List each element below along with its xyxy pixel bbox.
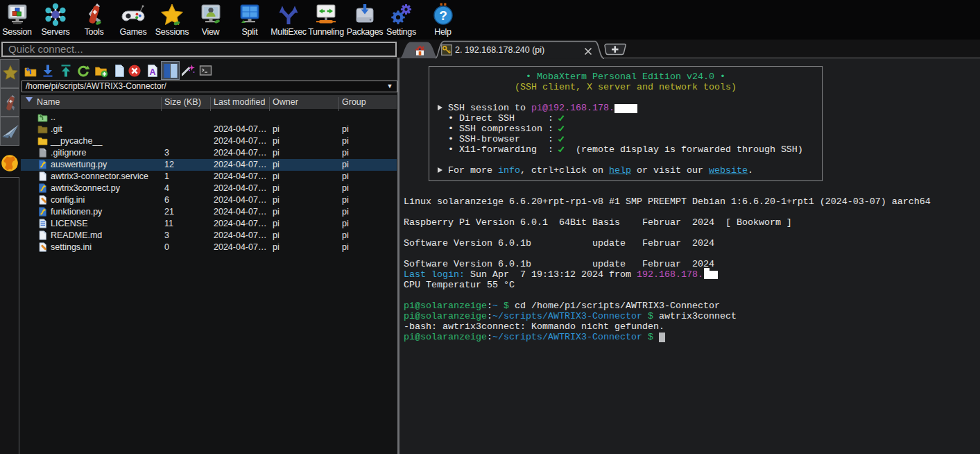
svg-text:A: A — [149, 67, 155, 77]
svg-text:?: ? — [439, 8, 447, 23]
